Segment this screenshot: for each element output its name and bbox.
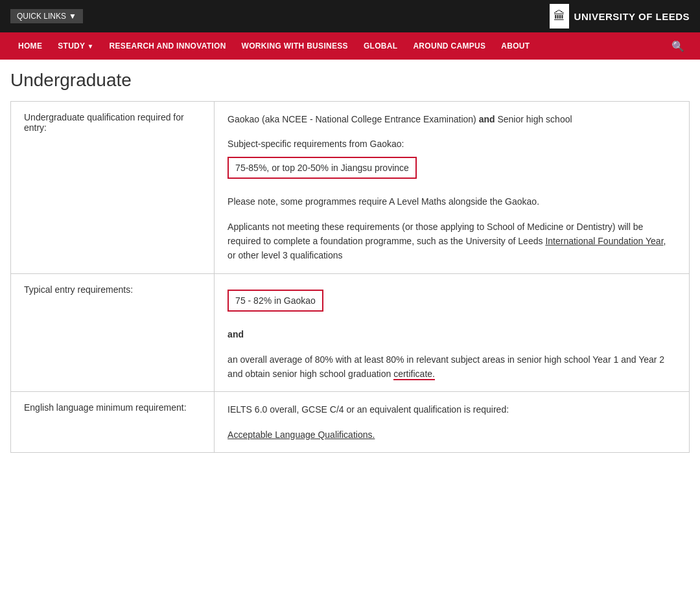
study-dropdown-arrow: ▼ <box>87 43 93 50</box>
page-content: Undergraduate Undergraduate qualificatio… <box>0 60 700 453</box>
gaokao-range-box: 75 - 82% in Gaokao <box>228 290 323 312</box>
logo-area: 🏛 UNIVERSITY OF LEEDS <box>550 4 690 29</box>
table-row: Undergraduate qualification required for… <box>11 102 690 274</box>
page-title: Undergraduate <box>10 70 690 91</box>
ielts-requirement: IELTS 6.0 overall, GCSE C/4 or an equiva… <box>228 402 676 417</box>
and-label: and <box>228 327 676 341</box>
row-label-english: English language minimum requirement: <box>11 392 215 453</box>
university-logo-icon: 🏛 <box>550 4 569 29</box>
requirements-table: Undergraduate qualification required for… <box>10 101 690 453</box>
nav-working-with-business[interactable]: WORKING WITH BUSINESS <box>234 32 356 60</box>
acceptable-language-link[interactable]: Acceptable Language Qualifications. <box>228 429 375 440</box>
nav-study[interactable]: STUDY ▼ <box>50 32 101 60</box>
table-row: Typical entry requirements: 75 - 82% in … <box>11 273 690 392</box>
a-level-note: Please note, some programmes require A L… <box>228 194 676 209</box>
row-content-english: IELTS 6.0 overall, GCSE C/4 or an equiva… <box>215 392 690 453</box>
foundation-note: Applicants not meeting these requirement… <box>228 220 676 263</box>
top-bar: QUICK LINKS ▼ 🏛 UNIVERSITY OF LEEDS <box>0 0 700 32</box>
nav-home[interactable]: HOME <box>10 32 50 60</box>
main-navigation: HOME STUDY ▼ RESEARCH AND INNOVATION WOR… <box>0 32 700 60</box>
quick-links-label: QUICK LINKS <box>17 12 66 21</box>
row-content-typical: 75 - 82% in Gaokao and an overall averag… <box>215 273 690 392</box>
gaokao-range-box-wrapper: 75 - 82% in Gaokao <box>228 284 676 317</box>
acceptable-language-link-wrapper: Acceptable Language Qualifications. <box>228 428 676 442</box>
nav-about[interactable]: ABOUT <box>493 32 537 60</box>
quick-links-button[interactable]: QUICK LINKS ▼ <box>10 9 83 23</box>
search-icon[interactable]: 🔍 <box>666 32 690 60</box>
gaokao-requirements: Subject-specific requirements from Gaoka… <box>228 137 676 184</box>
row-label-typical: Typical entry requirements: <box>11 273 215 392</box>
graduation-certificate-underline: certificate. <box>393 369 435 380</box>
overall-average-note: an overall average of 80% with at least … <box>228 352 676 382</box>
qualification-content: Gaokao (aka NCEE - National College Entr… <box>228 112 676 126</box>
gaokao-percentage-box: 75-85%, or top 20-50% in Jiangsu provinc… <box>228 157 417 179</box>
nav-around-campus[interactable]: AROUND CAMPUS <box>405 32 493 60</box>
nav-global[interactable]: GLOBAL <box>356 32 405 60</box>
university-name: UNIVERSITY OF LEEDS <box>574 11 690 22</box>
nav-research-innovation[interactable]: RESEARCH AND INNOVATION <box>102 32 234 60</box>
international-foundation-year-link[interactable]: International Foundation Year <box>545 236 663 246</box>
quick-links-arrow: ▼ <box>69 12 76 21</box>
row-label-qualification: Undergraduate qualification required for… <box>11 102 215 274</box>
table-row: English language minimum requirement: IE… <box>11 392 690 453</box>
row-content-qualification: Gaokao (aka NCEE - National College Entr… <box>215 102 690 274</box>
